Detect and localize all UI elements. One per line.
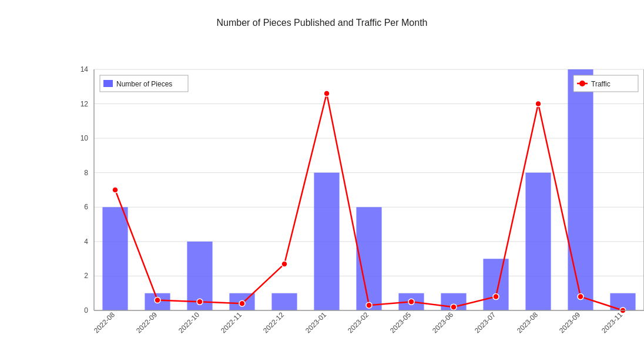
svg-point-54 — [578, 294, 583, 300]
svg-point-44 — [155, 297, 160, 303]
svg-text:2022-12: 2022-12 — [261, 310, 286, 335]
svg-point-50 — [408, 299, 414, 305]
svg-text:2023-08: 2023-08 — [515, 310, 539, 335]
svg-text:6: 6 — [84, 203, 88, 211]
svg-point-80 — [579, 81, 585, 86]
chart-container: Number of Pieces Published and Traffic P… — [0, 0, 644, 341]
svg-text:12: 12 — [80, 100, 89, 108]
svg-point-49 — [366, 302, 372, 308]
svg-text:0: 0 — [84, 306, 88, 315]
svg-point-47 — [281, 261, 287, 267]
svg-rect-34 — [271, 293, 297, 310]
svg-text:2023-09: 2023-09 — [558, 310, 582, 335]
svg-text:2023-01: 2023-01 — [304, 310, 328, 335]
svg-text:2023-05: 2023-05 — [388, 310, 412, 335]
svg-point-43 — [112, 187, 118, 193]
svg-text:2022-09: 2022-09 — [135, 310, 159, 335]
svg-rect-30 — [102, 207, 128, 310]
svg-text:8: 8 — [84, 169, 88, 177]
svg-point-46 — [239, 300, 245, 306]
svg-point-52 — [493, 294, 499, 300]
svg-text:14: 14 — [80, 65, 89, 73]
svg-text:10: 10 — [80, 134, 89, 142]
svg-text:2: 2 — [84, 272, 88, 280]
svg-point-51 — [451, 304, 457, 310]
chart-title: Number of Pieces Published and Traffic P… — [47, 18, 597, 28]
svg-text:2023-07: 2023-07 — [473, 310, 497, 335]
svg-text:2023-02: 2023-02 — [346, 310, 370, 335]
svg-rect-40 — [525, 173, 551, 310]
chart-area: 024681012140200400600800100012002022-082… — [47, 34, 597, 299]
svg-rect-41 — [568, 69, 593, 310]
svg-rect-35 — [314, 173, 339, 310]
svg-text:2022-11: 2022-11 — [219, 310, 243, 335]
chart-svg: 024681012140200400600800100012002022-082… — [47, 34, 644, 341]
svg-text:2023-06: 2023-06 — [431, 310, 455, 335]
svg-text:2023-11: 2023-11 — [600, 310, 624, 335]
svg-point-48 — [324, 91, 330, 96]
svg-point-53 — [535, 101, 541, 107]
svg-rect-39 — [483, 259, 508, 310]
svg-text:Traffic: Traffic — [591, 80, 611, 88]
svg-rect-76 — [103, 80, 113, 87]
svg-point-45 — [197, 299, 203, 305]
svg-text:2022-08: 2022-08 — [92, 310, 116, 335]
svg-text:2022-10: 2022-10 — [177, 310, 201, 335]
svg-text:Number of Pieces: Number of Pieces — [116, 80, 172, 88]
svg-text:4: 4 — [84, 238, 88, 246]
